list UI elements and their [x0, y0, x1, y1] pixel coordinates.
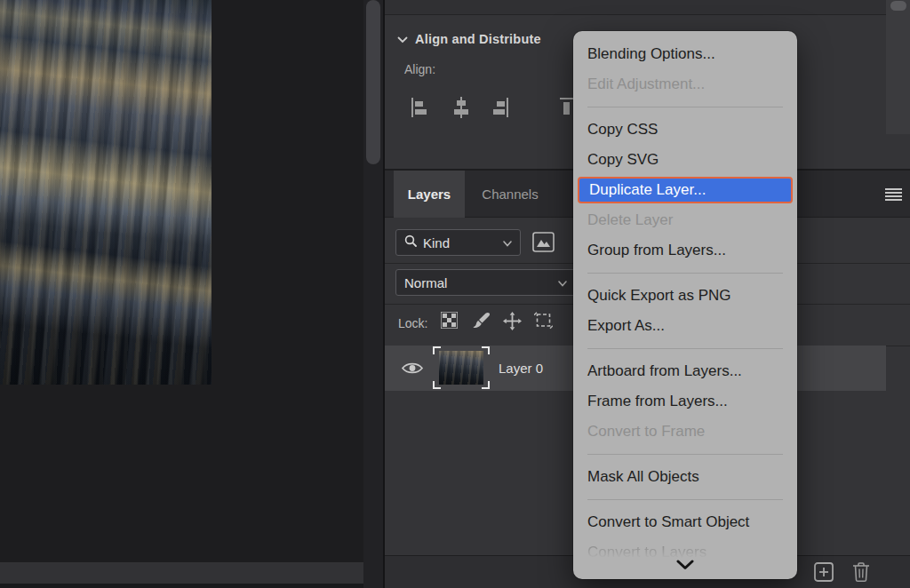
blend-mode-value: Normal [404, 275, 447, 290]
menu-item-quick-export-png[interactable]: Quick Export as PNG [573, 281, 797, 311]
layer-name[interactable]: Layer 0 [499, 346, 543, 391]
selection-bracket [482, 346, 490, 354]
menu-item-convert-to-smart-object[interactable]: Convert to Smart Object [573, 507, 797, 537]
canvas-bottom-edge [0, 584, 363, 588]
menu-scroll-down[interactable] [573, 558, 797, 574]
align-distribute-section-header[interactable]: Align and Distribute [397, 31, 541, 47]
align-left-edges-icon[interactable] [411, 97, 428, 122]
chevron-down-icon [397, 31, 408, 47]
new-layer-icon[interactable] [814, 562, 834, 585]
menu-separator [573, 341, 797, 356]
canvas-scrollbar-thumb[interactable] [366, 0, 380, 164]
layer-thumbnail [439, 351, 483, 385]
chevron-down-icon [675, 558, 695, 574]
pixel-layer-filter-icon[interactable] [532, 232, 555, 256]
properties-scrollbar-thumb[interactable] [890, 1, 906, 11]
menu-item-group-from-layers[interactable]: Group from Layers... [573, 235, 797, 266]
document-image[interactable] [0, 0, 212, 385]
canvas-status-bar [0, 562, 363, 584]
lock-label: Lock: [398, 316, 427, 330]
menu-item-copy-css[interactable]: Copy CSS [573, 115, 797, 145]
chevron-down-icon [558, 274, 567, 290]
menu-separator [573, 447, 797, 462]
properties-top-divider [385, 0, 886, 15]
lock-artboard-icon[interactable] [534, 312, 553, 333]
filter-kind-value: Kind [423, 235, 450, 250]
selection-bracket [482, 381, 490, 389]
align-label: Align: [404, 62, 435, 76]
menu-item-frame-from-layers[interactable]: Frame from Layers... [573, 386, 797, 417]
menu-item-export-as[interactable]: Export As... [573, 311, 797, 341]
menu-separator [573, 492, 797, 507]
layer-thumbnail-frame[interactable] [433, 346, 490, 389]
selection-bracket [433, 346, 441, 354]
hamburger-icon[interactable] [885, 188, 902, 204]
properties-scrollbar-track[interactable] [886, 0, 910, 134]
menu-item-mask-all-objects[interactable]: Mask All Objects [573, 462, 797, 492]
selection-bracket [433, 381, 441, 389]
chevron-down-icon [503, 234, 512, 250]
section-title: Align and Distribute [415, 32, 541, 46]
layer-filter-dropdown[interactable]: Kind [395, 229, 521, 256]
lock-pixels-icon[interactable] [473, 312, 491, 333]
trash-icon[interactable] [851, 561, 871, 586]
align-horizontal-centers-icon[interactable] [451, 97, 471, 122]
menu-separator [573, 266, 797, 281]
tab-layers[interactable]: Layers [394, 171, 465, 218]
lock-position-icon[interactable] [503, 312, 522, 334]
lock-transparency-icon[interactable] [441, 312, 458, 332]
menu-item-copy-svg[interactable]: Copy SVG [573, 145, 797, 175]
menu-item-artboard-from-layers[interactable]: Artboard from Layers... [573, 356, 797, 386]
menu-item-duplicate-layer[interactable]: Duplicate Layer... [578, 177, 793, 203]
canvas-area[interactable] [0, 0, 363, 588]
menu-item-convert-to-frame: Convert to Frame [573, 417, 797, 447]
menu-item-edit-adjustment: Edit Adjustment... [573, 69, 797, 99]
canvas-scrollbar-track[interactable] [363, 0, 385, 588]
tab-channels[interactable]: Channels [465, 171, 555, 218]
menu-item-delete-layer: Delete Layer [573, 205, 797, 235]
menu-separator [573, 99, 797, 115]
align-right-edges-icon[interactable] [491, 97, 509, 122]
menu-item-blending-options[interactable]: Blending Options... [573, 39, 797, 69]
layer-context-menu: Blending Options... Edit Adjustment... C… [573, 31, 797, 579]
search-icon [404, 234, 417, 250]
blend-mode-dropdown[interactable]: Normal [395, 269, 576, 296]
visibility-eye-icon[interactable] [401, 360, 424, 380]
photoshop-window: Align and Distribute Align: Layers Chann… [0, 0, 910, 588]
